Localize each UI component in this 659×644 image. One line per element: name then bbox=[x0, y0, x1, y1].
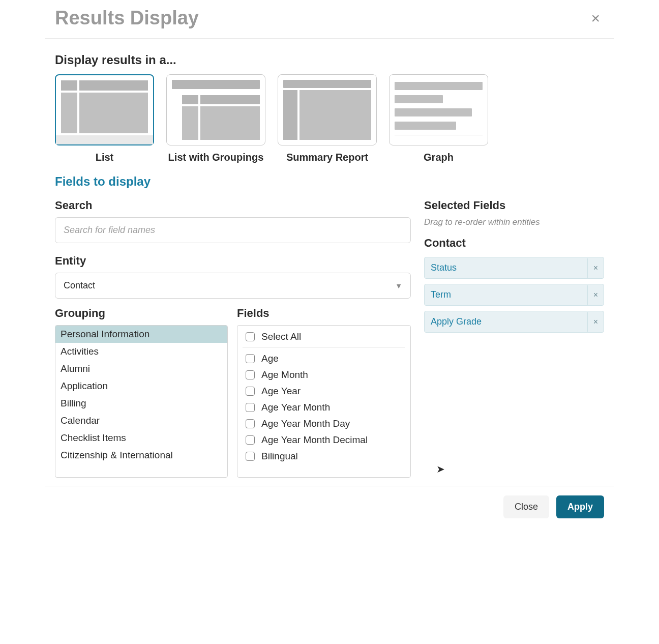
field-name: Age Year Month bbox=[261, 402, 330, 413]
grouping-item[interactable]: Personal Information bbox=[55, 326, 227, 343]
field-row[interactable]: Age Month bbox=[243, 367, 405, 383]
selected-field-chip[interactable]: Status× bbox=[424, 257, 604, 279]
option-graph[interactable] bbox=[389, 74, 488, 145]
field-name: Age Year bbox=[261, 386, 301, 397]
dialog-footer: Close Apply bbox=[45, 486, 614, 528]
option-list[interactable] bbox=[55, 74, 154, 145]
select-all-label: Select All bbox=[261, 331, 301, 342]
option-list-label: List bbox=[96, 152, 114, 163]
chip-remove-icon[interactable]: × bbox=[587, 258, 604, 278]
grouping-item[interactable]: Billing bbox=[55, 395, 227, 412]
field-name: Age bbox=[261, 353, 279, 364]
field-row[interactable]: Age bbox=[243, 350, 405, 367]
field-checkbox[interactable] bbox=[246, 419, 255, 428]
field-checkbox[interactable] bbox=[246, 354, 255, 363]
results-display-dialog: Results Display × Display results in a..… bbox=[45, 0, 614, 528]
entity-label: Entity bbox=[55, 254, 411, 268]
selected-chips: Status×Term×Apply Grade× bbox=[424, 257, 604, 333]
select-all-checkbox[interactable] bbox=[246, 332, 255, 341]
fields-label: Fields bbox=[237, 307, 411, 320]
fields-panel: Select AllAgeAge MonthAge YearAge Year M… bbox=[237, 325, 411, 478]
selected-field-chip[interactable]: Term× bbox=[424, 284, 604, 306]
grouping-item[interactable]: Application bbox=[55, 377, 227, 395]
grouping-label: Grouping bbox=[55, 307, 228, 320]
chip-remove-icon[interactable]: × bbox=[587, 285, 604, 305]
option-graph-label: Graph bbox=[424, 152, 454, 163]
option-list-with-groupings[interactable] bbox=[166, 74, 265, 145]
entity-select[interactable]: Contact ▼ bbox=[55, 273, 411, 299]
close-icon[interactable]: × bbox=[587, 9, 604, 28]
field-row[interactable]: Age Year Month Decimal bbox=[243, 432, 405, 448]
field-name: Bilingual bbox=[261, 451, 298, 462]
chip-label: Apply Grade bbox=[425, 311, 587, 332]
search-input[interactable] bbox=[55, 217, 411, 243]
display-options: List List with Groupings bbox=[55, 74, 604, 163]
selected-entity-name: Contact bbox=[424, 237, 604, 250]
chevron-down-icon: ▼ bbox=[395, 282, 402, 290]
chip-label: Status bbox=[425, 257, 587, 278]
option-list-with-groupings-label: List with Groupings bbox=[168, 152, 264, 163]
grouping-item[interactable]: Alumni bbox=[55, 360, 227, 377]
chip-label: Term bbox=[425, 284, 587, 305]
field-row[interactable]: Age Year Month bbox=[243, 399, 405, 416]
selected-fields-hint: Drag to re-order within entities bbox=[424, 217, 604, 227]
chip-remove-icon[interactable]: × bbox=[587, 312, 604, 332]
option-summary-report[interactable] bbox=[278, 74, 377, 145]
close-button[interactable]: Close bbox=[503, 495, 549, 518]
dialog-body: Display results in a... List bbox=[45, 39, 614, 478]
entity-value: Contact bbox=[64, 280, 95, 291]
dialog-header: Results Display × bbox=[45, 0, 614, 39]
field-name: Age Month bbox=[261, 369, 308, 380]
field-checkbox[interactable] bbox=[246, 435, 255, 445]
grouping-item[interactable]: Activities bbox=[55, 343, 227, 360]
field-row[interactable]: Bilingual bbox=[243, 448, 405, 464]
display-in-heading: Display results in a... bbox=[55, 53, 604, 67]
search-label: Search bbox=[55, 199, 411, 212]
grouping-item[interactable]: Citizenship & International bbox=[55, 447, 227, 464]
field-checkbox[interactable] bbox=[246, 452, 255, 461]
select-all-row[interactable]: Select All bbox=[243, 329, 405, 345]
fields-to-display-title: Fields to display bbox=[55, 174, 604, 189]
grouping-item[interactable]: Calendar bbox=[55, 412, 227, 429]
selected-fields-heading: Selected Fields bbox=[424, 199, 604, 212]
selected-field-chip[interactable]: Apply Grade× bbox=[424, 311, 604, 333]
field-checkbox[interactable] bbox=[246, 387, 255, 396]
field-row[interactable]: Age Year Month Day bbox=[243, 416, 405, 432]
grouping-panel: Personal InformationActivitiesAlumniAppl… bbox=[55, 325, 228, 478]
apply-button[interactable]: Apply bbox=[556, 495, 604, 518]
field-name: Age Year Month Day bbox=[261, 418, 350, 429]
field-checkbox[interactable] bbox=[246, 370, 255, 379]
dialog-title: Results Display bbox=[55, 7, 199, 29]
grouping-item[interactable]: Checklist Items bbox=[55, 429, 227, 447]
option-summary-report-label: Summary Report bbox=[286, 152, 368, 163]
field-row[interactable]: Age Year bbox=[243, 383, 405, 399]
field-name: Age Year Month Decimal bbox=[261, 434, 368, 446]
field-checkbox[interactable] bbox=[246, 403, 255, 412]
